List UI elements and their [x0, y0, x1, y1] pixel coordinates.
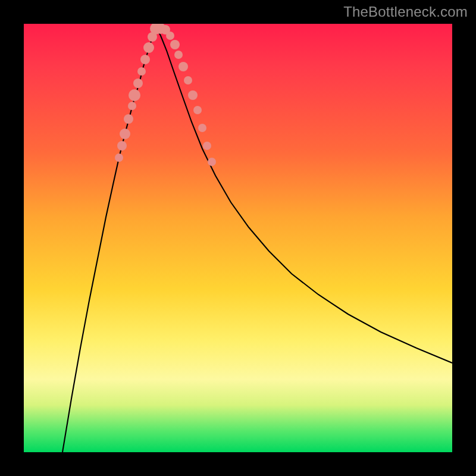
chart-frame: TheBottleneck.com — [0, 0, 476, 476]
scatter-dot — [117, 141, 127, 151]
scatter-dot — [188, 90, 198, 100]
scatter-dot — [140, 55, 150, 64]
scatter-dot — [129, 89, 140, 101]
left-curve — [62, 27, 156, 452]
scatter-dot — [120, 129, 130, 139]
scatter-dot — [133, 79, 143, 88]
right-curve — [156, 27, 452, 363]
scatter-dot — [143, 42, 154, 53]
scatter-dot — [203, 142, 211, 150]
scatter-dot — [137, 67, 146, 76]
scatter-dot — [184, 76, 192, 84]
scatter-dot — [178, 62, 188, 71]
scatter-dot — [115, 154, 123, 162]
scatter-dot — [170, 40, 180, 49]
plot-area — [24, 24, 452, 452]
scatter-dot — [198, 124, 206, 132]
scatter-dot — [174, 51, 183, 59]
scatter-dot — [166, 32, 174, 40]
scatter-dot — [208, 158, 216, 166]
watermark-text: TheBottleneck.com — [343, 4, 468, 20]
scatter-dot — [128, 102, 136, 110]
scatter-dot — [193, 106, 202, 114]
scatter-dot — [124, 114, 133, 124]
chart-svg — [24, 24, 452, 452]
